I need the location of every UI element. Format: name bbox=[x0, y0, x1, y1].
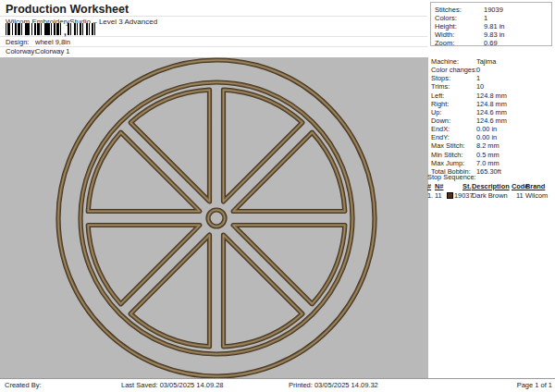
printed-text: Printed: 03/05/2025 14.09.32 bbox=[289, 381, 378, 389]
info-value: 0 bbox=[476, 66, 480, 74]
cell-num: 1. bbox=[427, 191, 433, 200]
info-label: Min Stitch: bbox=[431, 151, 463, 159]
machine-info-row: Machine:Tajima bbox=[431, 57, 553, 66]
stop-sequence-header: # N# St. Description Code Brand bbox=[426, 182, 554, 191]
summary-value: 0.69 bbox=[484, 39, 498, 47]
info-value: 1 bbox=[476, 74, 480, 82]
machine-info-row: Stops:1 bbox=[431, 74, 553, 82]
summary-value: 19039 bbox=[484, 6, 503, 14]
cell-st: 19037 bbox=[454, 191, 474, 200]
info-value: 0.00 in bbox=[476, 133, 497, 141]
info-value: 0.5 mm bbox=[476, 151, 500, 159]
cell-n: 11 bbox=[435, 191, 442, 200]
info-label: Right: bbox=[431, 100, 449, 108]
info-label: Up: bbox=[431, 108, 442, 116]
info-value: 124.8 mm bbox=[476, 100, 507, 108]
divider bbox=[0, 16, 427, 17]
stop-sequence-row: 1. 11 19037 Dark Brown 11 Wilcom bbox=[426, 191, 554, 201]
last-saved-text: Last Saved: 03/05/2025 14.09.28 bbox=[121, 381, 224, 389]
cell-description: Dark Brown bbox=[472, 191, 508, 200]
footer-divider bbox=[0, 378, 555, 379]
info-label: Max Jump: bbox=[431, 159, 464, 167]
info-label: Trims: bbox=[431, 82, 450, 91]
production-worksheet-page: Production Worksheet Wilcom EmbroiderySt… bbox=[0, 0, 555, 392]
design-summary-box: Stitches:19039 Colors:1 Height:9.81 in W… bbox=[430, 2, 552, 46]
summary-value: 9.81 in bbox=[484, 22, 505, 31]
stop-sequence-title: Stop Sequence: bbox=[426, 173, 554, 182]
summary-row: Colors:1 bbox=[431, 14, 551, 22]
summary-label: Stitches: bbox=[435, 6, 462, 14]
summary-value: 9.83 in bbox=[484, 31, 505, 39]
info-label: Left: bbox=[431, 92, 444, 100]
machine-info-row: Trims:10 bbox=[431, 82, 553, 91]
machine-info-row: Color changes:0 bbox=[431, 66, 553, 74]
thread-color-swatch bbox=[447, 192, 453, 199]
info-value: Tajima bbox=[476, 57, 496, 66]
info-value: 8.2 mm bbox=[476, 141, 500, 150]
info-value: 10 bbox=[476, 82, 484, 91]
machine-info-row: Up:124.6 mm bbox=[431, 108, 553, 116]
info-label: EndX: bbox=[431, 125, 450, 133]
info-label: Max Stitch: bbox=[431, 141, 465, 150]
stop-sequence-section: Stop Sequence: # N# St. Description Code… bbox=[426, 173, 554, 201]
summary-row: Height:9.81 in bbox=[431, 22, 551, 31]
info-value: 124.6 mm bbox=[476, 116, 507, 125]
design-preview-canvas bbox=[0, 57, 428, 378]
barcode: , bbox=[6, 23, 95, 35]
info-value: 7.0 mm bbox=[476, 159, 500, 167]
machine-info-row: Max Jump:7.0 mm bbox=[431, 159, 553, 167]
summary-label: Width: bbox=[435, 31, 454, 39]
col-num: # bbox=[427, 182, 431, 190]
cell-code: 11 bbox=[516, 191, 524, 200]
machine-info-row: EndY:0.00 in bbox=[431, 133, 553, 141]
colorway-label: Colorway: bbox=[6, 47, 36, 55]
col-st: St. bbox=[462, 182, 471, 190]
info-label: EndY: bbox=[431, 133, 450, 141]
info-label: Machine: bbox=[431, 57, 459, 66]
summary-row: Width:9.83 in bbox=[431, 31, 551, 39]
cell-brand: Wilcom bbox=[525, 191, 548, 200]
info-value: 124.6 mm bbox=[476, 108, 507, 116]
info-value: 0.00 in bbox=[476, 125, 497, 133]
summary-label: Colors: bbox=[435, 14, 457, 22]
page-title: Production Worksheet bbox=[6, 3, 129, 16]
machine-info-row: Left:124.8 mm bbox=[431, 92, 553, 100]
summary-row: Stitches:19039 bbox=[431, 6, 551, 14]
colorway-value: Colorway 1 bbox=[35, 47, 70, 55]
design-value: wheel 9,8in bbox=[35, 38, 70, 46]
info-label: Color changes: bbox=[431, 66, 477, 74]
col-description: Description bbox=[472, 182, 510, 190]
summary-row: Zoom:0.69 bbox=[431, 39, 551, 47]
info-label: Down: bbox=[431, 116, 450, 125]
page-number: Page 1 of 1 bbox=[517, 381, 552, 389]
machine-info-row: Down:124.6 mm bbox=[431, 116, 553, 125]
info-label: Stops: bbox=[431, 74, 450, 82]
machine-info-row: Right:124.8 mm bbox=[431, 100, 553, 108]
summary-value: 1 bbox=[484, 14, 487, 22]
design-label: Design: bbox=[6, 38, 29, 46]
barcode-bars bbox=[6, 23, 63, 35]
summary-label: Zoom: bbox=[435, 39, 454, 47]
wheel-design-graphic bbox=[0, 57, 428, 378]
col-n: N# bbox=[435, 182, 443, 190]
machine-info-row: Max Stitch:8.2 mm bbox=[431, 141, 553, 150]
machine-info-row: Min Stitch:0.5 mm bbox=[431, 151, 553, 159]
info-value: 124.8 mm bbox=[476, 92, 507, 100]
col-brand: Brand bbox=[525, 182, 545, 190]
machine-info-list: Machine:Tajima Color changes:0 Stops:1 T… bbox=[431, 57, 553, 176]
barcode-bars bbox=[68, 23, 95, 35]
created-by-label: Created By: bbox=[5, 381, 42, 389]
machine-info-row: EndX:0.00 in bbox=[431, 125, 553, 133]
summary-label: Height: bbox=[435, 22, 457, 31]
